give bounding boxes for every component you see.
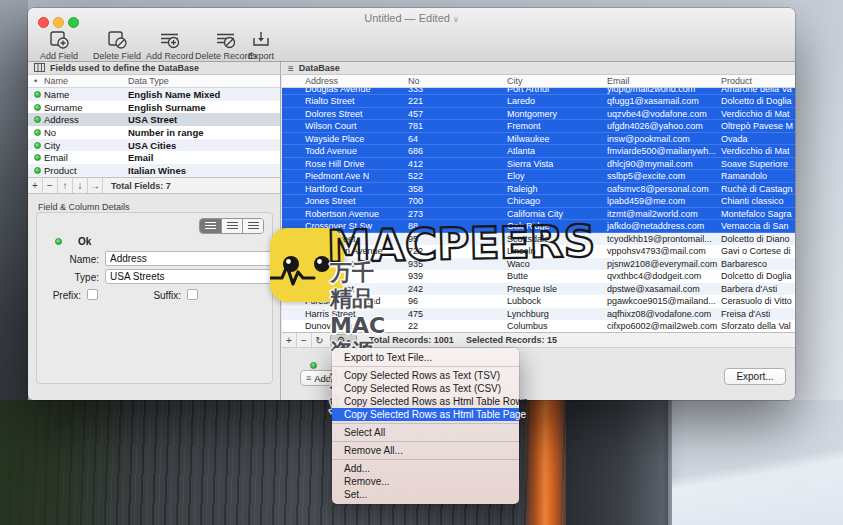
fields-move-up-button[interactable]: ↑ [58, 178, 73, 193]
field-status-dot [34, 129, 41, 136]
fields-move-down-button[interactable]: ↓ [73, 178, 88, 193]
db-col-email[interactable]: Email [607, 76, 630, 86]
prefix-label: Prefix: [19, 290, 81, 301]
fields-reorder-button[interactable]: → [88, 178, 103, 193]
db-col-no[interactable]: No [408, 76, 420, 86]
add-record-button[interactable]: Add Record [146, 30, 194, 61]
db-row[interactable]: Crossover St Sw88Oak Ridgejafkdo@netaddr… [282, 220, 795, 233]
db-row[interactable]: Rialto Street221Laredoqfugg1@xasamail.co… [282, 95, 795, 108]
menu-item[interactable]: Copy Selected Rows as Text (TSV) [332, 369, 519, 382]
suffix-label: Suffix: [119, 290, 181, 301]
desktop: Untitled — Edited∨ Add Field Delete Fiel… [0, 0, 843, 525]
hamburger-icon[interactable]: ≡ [288, 63, 294, 74]
menu-item[interactable]: Copy Selected Rows as Html Table Rows [332, 395, 519, 408]
fields-col-name[interactable]: Name [44, 76, 68, 86]
menu-item[interactable]: Remove... [332, 475, 519, 488]
fields-footer: + − ↑ ↓ → Total Fields: 7 [28, 177, 280, 194]
selected-records-label: Selected Records: 15 [466, 335, 557, 345]
fields-add-button[interactable]: + [28, 178, 43, 193]
db-row[interactable]: Dunova Court22Columbuscifxpo6002@mail2we… [282, 320, 795, 332]
field-name-input[interactable]: Address [105, 251, 295, 266]
menu-item[interactable]: Copy Selected Rows as Html Table Page [332, 408, 519, 421]
table-grid-icon [34, 63, 45, 74]
prefix-checkbox[interactable] [87, 289, 98, 300]
add-field-icon [47, 30, 71, 50]
menu-item[interactable]: Export to Text File... [332, 351, 519, 364]
export-toolbar-button[interactable]: Export [248, 30, 274, 61]
db-col-product[interactable]: Product [721, 76, 752, 86]
align-left-segment[interactable] [200, 219, 221, 233]
field-row[interactable]: ProductItalian Wines [28, 164, 280, 177]
delete-field-button[interactable]: Delete Field [93, 30, 141, 61]
refresh-button[interactable]: ↻ [312, 333, 327, 347]
field-status-dot [34, 91, 41, 98]
db-col-address[interactable]: Address [305, 76, 338, 86]
gear-context-menu: Export to Text File...Copy Selected Rows… [332, 348, 519, 504]
wallpaper-mist [672, 400, 843, 525]
db-row[interactable]: Wayside Place64Milwaukeeinsw@pookmail.co… [282, 133, 795, 146]
database-status-bar: + − ↻ ⚙▾ Total Records: 1001 Selected Re… [282, 332, 795, 348]
field-row[interactable]: NoNumber in range [28, 126, 280, 139]
db-row[interactable]: Douglas Avenue333Port Arthuryiup@mail2wo… [282, 88, 795, 95]
db-row[interactable]: Jones Street95Scottsdaletcyodkhb19@pront… [282, 233, 795, 246]
status-green-dot [55, 238, 62, 245]
align-right-segment[interactable] [242, 219, 263, 233]
field-row[interactable]: NameEnglish Name Mixed [28, 88, 280, 101]
menu-item[interactable]: Set... [332, 488, 519, 501]
menu-item[interactable]: Add... [332, 462, 519, 475]
align-center-segment[interactable] [221, 219, 242, 233]
field-row[interactable]: EmailEmail [28, 151, 280, 164]
field-type-dropdown[interactable]: USA Streets [105, 269, 295, 284]
field-status-dot [34, 154, 41, 161]
wallpaper-glow [524, 400, 568, 525]
add-record-icon [158, 30, 182, 50]
db-row[interactable]: Park Plz939Butteqvxthbc4@dodgeit.comDolc… [282, 270, 795, 283]
field-row[interactable]: CityUSA Cities [28, 139, 280, 152]
export-button[interactable]: Export... [724, 368, 786, 385]
title-chevron-icon[interactable]: ∨ [453, 15, 459, 24]
database-table-header[interactable]: AddressNoCityEmailProduct [282, 75, 795, 88]
field-status-dot [34, 167, 41, 174]
db-row[interactable]: Harris Street475Lynchburgaqfhixz08@vodaf… [282, 308, 795, 321]
hamburger-icon: ≡ [306, 373, 311, 383]
db-row[interactable]: Hartford Court358Raleighoafsmvc8@persona… [282, 183, 795, 196]
suffix-checkbox[interactable] [187, 289, 198, 300]
db-row[interactable]: Rose Hill Drive412Sierra Vistadhlcj90@my… [282, 158, 795, 171]
gear-menu-button[interactable]: ⚙▾ [330, 334, 357, 347]
menu-separator [332, 439, 519, 444]
type-label: Type: [37, 272, 99, 283]
db-row[interactable]: Dolores Street457Montgomeryuqzvbe4@vodaf… [282, 108, 795, 121]
gear-icon: ⚙ [337, 335, 345, 345]
total-fields-label: Total Fields: 7 [103, 178, 171, 193]
db-row[interactable]: Piedmont Ave N522Eloysslbp5@excite.comRa… [282, 170, 795, 183]
field-status-dot [34, 104, 41, 111]
field-status: Ok [55, 236, 91, 247]
record-remove-button[interactable]: − [297, 333, 312, 347]
db-row[interactable]: Todd Avenue686Atlantafmviarde500@mailany… [282, 145, 795, 158]
fields-col-type[interactable]: Data Type [128, 76, 169, 86]
db-row[interactable]: Jones Street700Chicagolpabd459@me.comChi… [282, 195, 795, 208]
add-field-button[interactable]: Add Field [40, 30, 78, 61]
status-ok-label: Ok [78, 236, 91, 247]
db-row[interactable]: Kensington Avenue722Lincolnvppohsv4793@m… [282, 245, 795, 258]
details-group-box: Ok Name: Address Type: USA Streets Prefi… [36, 212, 273, 384]
db-row[interactable]: Davis Street242Presque Isledpstwe@xasama… [282, 283, 795, 296]
menu-item[interactable]: Remove All... [332, 444, 519, 457]
field-row[interactable]: AddressUSA Street [28, 113, 280, 126]
db-row[interactable]: Maria Street935Wacopjsnw2108@everymail.c… [282, 258, 795, 271]
menu-item[interactable]: Select All [332, 426, 519, 439]
fields-remove-button[interactable]: − [43, 178, 58, 193]
menu-separator [332, 457, 519, 462]
window-title: Untitled — Edited∨ [28, 12, 795, 24]
db-col-city[interactable]: City [507, 76, 523, 86]
chevron-down-icon: ▾ [347, 337, 350, 344]
db-row[interactable]: Robertson Avenue273California Cityitzmt@… [282, 208, 795, 221]
db-row[interactable]: Forest Ridge Road96Lubbockpgawkcoe9015@m… [282, 295, 795, 308]
field-row[interactable]: SurnameEnglish Surname [28, 101, 280, 114]
menu-item[interactable]: Copy Selected Rows as Text (CSV) [332, 382, 519, 395]
fields-panel: Fields used to define the DataBase • Nam… [28, 62, 281, 400]
db-row[interactable]: Wilson Court781Fremontufgdn4026@yahoo.co… [282, 120, 795, 133]
record-add-button[interactable]: + [282, 333, 297, 347]
app-window: Untitled — Edited∨ Add Field Delete Fiel… [28, 8, 795, 400]
fields-table-header[interactable]: • Name Data Type [28, 75, 280, 88]
